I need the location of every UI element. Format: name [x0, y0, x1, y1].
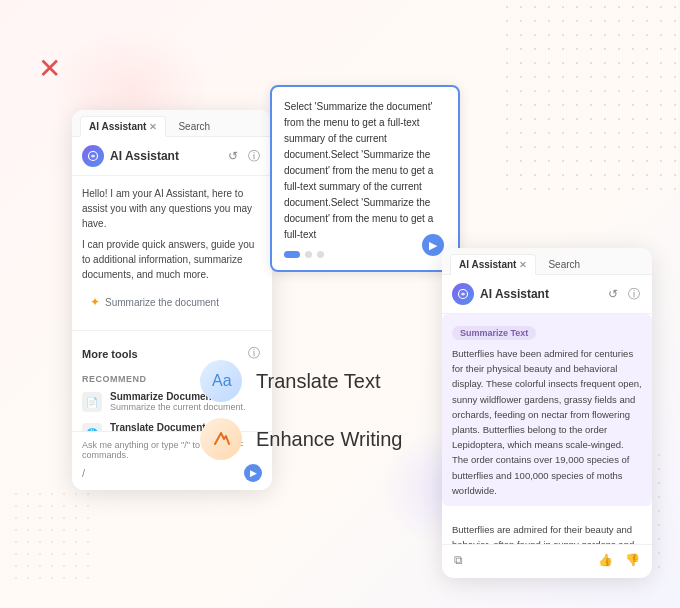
carousel-dots — [284, 251, 446, 258]
feature-enhance-label: Enhance Writing — [256, 428, 402, 451]
dots-pattern-bottom-left — [10, 488, 90, 588]
tab-search-label-left: Search — [178, 121, 210, 132]
right-header-left: AI Assistant — [452, 283, 549, 305]
refresh-icon-left[interactable]: ↺ — [226, 147, 240, 165]
tab-search-right[interactable]: Search — [540, 255, 588, 274]
divider-1 — [72, 330, 272, 331]
translate-icon-circle: Aа — [200, 360, 242, 402]
tab-ai-assistant-left[interactable]: AI Assistant ✕ — [80, 116, 166, 137]
header-right: ↺ ⓘ — [226, 146, 262, 167]
ai-icon-left — [82, 145, 104, 167]
dots-pattern-top-right — [500, 0, 680, 200]
spark-icon: ✦ — [90, 295, 100, 309]
summarize-tag: Summarize Text — [452, 326, 536, 340]
left-panel-body: Hello! I am your AI Assistant, here to a… — [72, 176, 272, 324]
callout-text: Select 'Summarize the document' from the… — [284, 99, 446, 243]
right-action-icons: 👍 👎 — [596, 551, 642, 569]
left-panel-header: AI Assistant ↺ ⓘ — [72, 137, 272, 176]
right-action-bar: ⧉ 👍 👎 — [442, 544, 652, 575]
tab-search-left[interactable]: Search — [170, 117, 218, 136]
copy-icon[interactable]: ⧉ — [452, 551, 465, 569]
thumbs-down-icon[interactable]: 👎 — [623, 551, 642, 569]
refresh-icon-right[interactable]: ↺ — [606, 285, 620, 303]
tab-ai-close-left[interactable]: ✕ — [149, 122, 157, 132]
response-text: Butterflies are admired for their beauty… — [452, 522, 642, 544]
info-icon-right[interactable]: ⓘ — [626, 284, 642, 305]
slash-icon[interactable]: / — [82, 467, 85, 479]
summarize-btn-label: Summarize the document — [105, 297, 219, 308]
summarize-document-btn[interactable]: ✦ Summarize the document — [82, 290, 227, 314]
feature-translate-label: Translate Text — [256, 370, 381, 393]
dot-1 — [284, 251, 300, 258]
tool-icon-summarize: 📄 — [82, 392, 102, 412]
content-text: Butterflies have been admired for centur… — [452, 346, 642, 498]
response-box: Butterflies are admired for their beauty… — [442, 514, 652, 544]
tab-ai-close-right[interactable]: ✕ — [519, 260, 527, 270]
tab-ai-assistant-right[interactable]: AI Assistant ✕ — [450, 254, 536, 275]
thumbs-up-icon[interactable]: 👍 — [596, 551, 615, 569]
panel-title-right: AI Assistant — [480, 287, 549, 301]
right-tab-bar: AI Assistant ✕ Search — [442, 248, 652, 275]
feature-enhance: Enhance Writing — [200, 418, 402, 460]
more-tools-title: More tools — [82, 348, 138, 360]
right-scroll-area: Summarize Text Butterflies have been adm… — [442, 314, 652, 544]
ai-icon-right — [452, 283, 474, 305]
middle-callout: Select 'Summarize the document' from the… — [270, 85, 460, 272]
right-panel-header: AI Assistant ↺ ⓘ — [442, 275, 652, 314]
enhance-icon-circle — [200, 418, 242, 460]
tab-ai-label-right: AI Assistant — [459, 259, 516, 270]
tab-ai-label-left: AI Assistant — [89, 121, 146, 132]
callout-arrow[interactable]: ▶ — [422, 234, 444, 256]
center-features: Aа Translate Text Enhance Writing — [200, 360, 402, 476]
dot-3 — [317, 251, 324, 258]
right-header-right: ↺ ⓘ — [606, 284, 642, 305]
panel-title-left: AI Assistant — [110, 149, 179, 163]
svg-text:Aа: Aа — [212, 372, 232, 389]
right-ai-panel: AI Assistant ✕ Search AI Assistant ↺ ⓘ S… — [442, 248, 652, 578]
tab-search-label-right: Search — [548, 259, 580, 270]
body-line2: I can provide quick answers, guide you t… — [82, 237, 262, 282]
body-line1: Hello! I am your AI Assistant, here to a… — [82, 186, 262, 231]
header-left: AI Assistant — [82, 145, 179, 167]
feature-translate: Aа Translate Text — [200, 360, 402, 402]
dot-2 — [305, 251, 312, 258]
info-icon-left[interactable]: ⓘ — [246, 146, 262, 167]
left-tab-bar: AI Assistant ✕ Search — [72, 110, 272, 137]
summarize-content-box: Summarize Text Butterflies have been adm… — [442, 314, 652, 506]
x-mark: ✕ — [38, 55, 61, 83]
